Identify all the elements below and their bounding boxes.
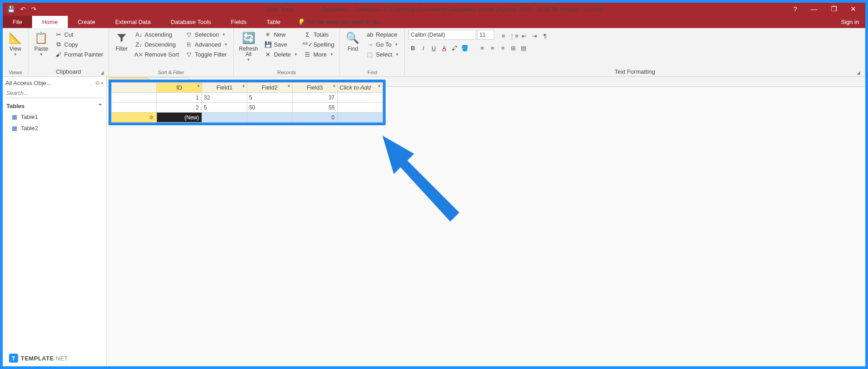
scissors-icon: ✂ xyxy=(55,31,62,38)
more-button[interactable]: ☰More▼ xyxy=(302,50,336,59)
col-header-field1[interactable]: Field1▼ xyxy=(202,83,247,93)
new-row-indicator-icon: ✲ xyxy=(112,113,157,123)
bold-button[interactable]: B xyxy=(408,43,417,52)
col-header-id[interactable]: ID▼ xyxy=(157,83,202,93)
fill-color-button[interactable]: 🪣 xyxy=(460,43,469,52)
new-record-row[interactable]: ✲ (New) 0 xyxy=(112,113,383,123)
new-record-button[interactable]: ✳New xyxy=(263,30,300,39)
save-icon: 💾 xyxy=(264,41,272,48)
restore-icon[interactable]: ❐ xyxy=(831,5,837,13)
filter-button[interactable]: Filter xyxy=(113,30,131,52)
sort-desc-icon: Z↓ xyxy=(135,41,142,48)
tab-table[interactable]: Table xyxy=(257,16,291,28)
find-button[interactable]: 🔍 Find xyxy=(344,30,362,52)
decrease-indent-icon[interactable]: ⇤ xyxy=(519,31,528,40)
advanced-filter-icon: ⎘ xyxy=(185,41,193,48)
chevron-down-icon[interactable]: ⊙ « xyxy=(95,80,104,86)
undo-icon[interactable]: ↶ xyxy=(20,5,26,13)
ribbon: 📐 View ▼ Views 📋 Paste ▼ ✂Cut ⧉Copy 🖌For… xyxy=(3,28,865,77)
remove-sort-button[interactable]: A⤬Remove Sort xyxy=(133,50,181,59)
italic-button[interactable]: I xyxy=(419,43,428,52)
tell-me-search[interactable]: 💡 Tell me what you want to do... xyxy=(291,16,390,28)
cell: 2 xyxy=(157,103,202,113)
tab-database-tools[interactable]: Database Tools xyxy=(160,16,221,28)
close-icon[interactable]: ✕ xyxy=(850,5,856,13)
tab-fields[interactable]: Fields xyxy=(221,16,257,28)
totals-button[interactable]: ΣTotals xyxy=(302,30,336,39)
cell: 1 xyxy=(157,93,202,103)
dialog-launcher-icon[interactable]: ◢ xyxy=(100,70,104,75)
sign-in-link[interactable]: Sign in xyxy=(831,16,865,28)
tab-create[interactable]: Create xyxy=(68,16,105,28)
replace-button[interactable]: abReplace xyxy=(364,30,401,39)
navigation-pane: All Access Obje... ⊙ « Tables⌃ ▦Table1 ▦… xyxy=(3,77,107,366)
goto-button[interactable]: →Go To▼ xyxy=(364,40,401,49)
cell: 5 xyxy=(202,103,247,113)
remove-sort-icon: A⤬ xyxy=(135,51,142,58)
selection-button[interactable]: ▽Selection▼ xyxy=(184,30,230,39)
nav-item-table1[interactable]: ▦Table1 xyxy=(5,111,104,123)
view-button[interactable]: 📐 View ▼ xyxy=(6,30,24,57)
paste-icon: 📋 xyxy=(34,31,48,45)
select-all-cell[interactable] xyxy=(112,83,157,93)
dialog-launcher-icon[interactable]: ◢ xyxy=(857,70,860,75)
select-button[interactable]: ⬚Select▼ xyxy=(364,50,401,59)
align-left-icon[interactable]: ≡ xyxy=(477,43,486,52)
bullets-icon[interactable]: ≡ xyxy=(499,31,508,40)
tab-file[interactable]: File xyxy=(3,16,32,28)
spelling-button[interactable]: ᴬᴮ✓Spelling xyxy=(302,40,336,49)
font-name-input[interactable] xyxy=(408,30,476,40)
replace-icon: ab xyxy=(366,31,373,38)
nav-search-input[interactable] xyxy=(5,89,104,98)
highlight-button[interactable]: 🖍 xyxy=(450,43,459,52)
sigma-icon: Σ xyxy=(304,31,311,38)
data-row[interactable]: 2 5 50 55 xyxy=(112,103,383,113)
paste-button[interactable]: 📋 Paste ▼ xyxy=(32,30,50,57)
tab-external-data[interactable]: External Data xyxy=(105,16,161,28)
help-icon[interactable]: ? xyxy=(793,5,797,13)
title-bar: 💾 ↶ ↷ Table Tools Database1 : Database- … xyxy=(3,3,865,15)
toggle-filter-button[interactable]: ▽Toggle Filter xyxy=(184,50,230,59)
datasheet-grid[interactable]: ID▼ Field1▼ Field2▼ Field3▼ Click to Add… xyxy=(111,82,383,123)
nav-item-table2[interactable]: ▦Table2 xyxy=(5,123,104,134)
nav-group-tables[interactable]: Tables⌃ xyxy=(5,101,104,111)
svg-marker-0 xyxy=(382,136,459,222)
col-header-field2[interactable]: Field2▼ xyxy=(247,83,292,93)
tab-home[interactable]: Home xyxy=(32,16,68,28)
minimize-icon[interactable]: — xyxy=(811,5,817,13)
advanced-button[interactable]: ⎘Advanced▼ xyxy=(184,40,230,49)
cell: 32 xyxy=(202,93,247,103)
content-area: All Access Obje... ⊙ « Tables⌃ ▦Table1 ▦… xyxy=(3,77,865,366)
save-icon[interactable]: 💾 xyxy=(7,5,15,13)
save-record-button[interactable]: 💾Save xyxy=(263,40,300,49)
alternate-row-icon[interactable]: ▤ xyxy=(519,43,528,52)
refresh-all-button[interactable]: 🔄 Refresh All ▼ xyxy=(237,30,260,63)
increase-indent-icon[interactable]: ⇥ xyxy=(530,31,539,40)
group-sort-filter: Filter A↓Ascending Z↓Descending A⤬Remove… xyxy=(109,28,234,76)
font-size-input[interactable] xyxy=(477,30,494,40)
col-header-field3[interactable]: Field3▼ xyxy=(292,83,338,93)
data-row[interactable]: 1 32 5 37 xyxy=(112,93,383,103)
align-center-icon[interactable]: ≡ xyxy=(488,43,497,52)
numbering-icon[interactable]: ⋮≡ xyxy=(509,31,518,40)
format-painter-button[interactable]: 🖌Format Painter xyxy=(53,50,105,59)
font-color-button[interactable]: A xyxy=(439,43,448,52)
click-to-add-column[interactable]: Click to Add▼ xyxy=(338,83,383,93)
spellcheck-icon: ᴬᴮ✓ xyxy=(304,41,311,48)
nav-pane-title[interactable]: All Access Obje... ⊙ « xyxy=(5,79,104,87)
copy-button[interactable]: ⧉Copy xyxy=(53,40,105,49)
quick-access-toolbar: 💾 ↶ ↷ xyxy=(3,5,41,13)
cut-button[interactable]: ✂Cut xyxy=(53,30,105,39)
toggle-filter-icon: ▽ xyxy=(185,51,193,58)
cell-new-id: (New) xyxy=(157,113,202,123)
underline-button[interactable]: U xyxy=(429,43,438,52)
cell: 50 xyxy=(247,103,292,113)
redo-icon[interactable]: ↷ xyxy=(31,5,37,13)
gridlines-icon[interactable]: ⊞ xyxy=(509,43,518,52)
descending-button[interactable]: Z↓Descending xyxy=(133,40,181,49)
watermark-logo-icon: T xyxy=(9,354,18,363)
align-right-icon[interactable]: ≡ xyxy=(498,43,507,52)
delete-record-button[interactable]: ✕Delete▼ xyxy=(263,50,300,59)
text-direction-icon[interactable]: ¶ xyxy=(540,31,549,40)
ascending-button[interactable]: A↓Ascending xyxy=(133,30,181,39)
